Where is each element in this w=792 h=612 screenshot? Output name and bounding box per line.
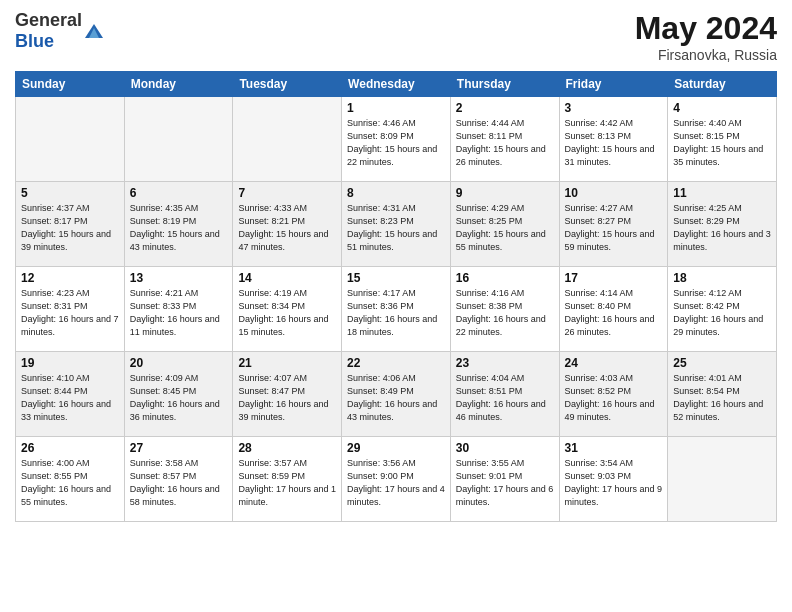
header: General Blue May 2024 Firsanovka, Russia [15, 10, 777, 63]
cell-date: 2 [456, 101, 554, 115]
table-row: 21Sunrise: 4:07 AM Sunset: 8:47 PM Dayli… [233, 352, 342, 437]
cell-info: Sunrise: 4:09 AM Sunset: 8:45 PM Dayligh… [130, 372, 228, 424]
table-row [16, 97, 125, 182]
cell-date: 13 [130, 271, 228, 285]
table-row: 8Sunrise: 4:31 AM Sunset: 8:23 PM Daylig… [342, 182, 451, 267]
table-row: 24Sunrise: 4:03 AM Sunset: 8:52 PM Dayli… [559, 352, 668, 437]
cell-date: 10 [565, 186, 663, 200]
col-wednesday: Wednesday [342, 72, 451, 97]
cell-info: Sunrise: 4:19 AM Sunset: 8:34 PM Dayligh… [238, 287, 336, 339]
cell-date: 31 [565, 441, 663, 455]
cell-date: 3 [565, 101, 663, 115]
table-row: 2Sunrise: 4:44 AM Sunset: 8:11 PM Daylig… [450, 97, 559, 182]
cell-date: 23 [456, 356, 554, 370]
cell-date: 12 [21, 271, 119, 285]
cell-date: 8 [347, 186, 445, 200]
cell-info: Sunrise: 3:58 AM Sunset: 8:57 PM Dayligh… [130, 457, 228, 509]
calendar-page: General Blue May 2024 Firsanovka, Russia… [0, 0, 792, 612]
cell-date: 21 [238, 356, 336, 370]
calendar-week-row: 26Sunrise: 4:00 AM Sunset: 8:55 PM Dayli… [16, 437, 777, 522]
cell-info: Sunrise: 4:17 AM Sunset: 8:36 PM Dayligh… [347, 287, 445, 339]
cell-date: 26 [21, 441, 119, 455]
table-row: 9Sunrise: 4:29 AM Sunset: 8:25 PM Daylig… [450, 182, 559, 267]
cell-info: Sunrise: 3:56 AM Sunset: 9:00 PM Dayligh… [347, 457, 445, 509]
cell-date: 24 [565, 356, 663, 370]
title-month: May 2024 [635, 10, 777, 47]
table-row [124, 97, 233, 182]
table-row: 16Sunrise: 4:16 AM Sunset: 8:38 PM Dayli… [450, 267, 559, 352]
table-row: 17Sunrise: 4:14 AM Sunset: 8:40 PM Dayli… [559, 267, 668, 352]
table-row: 12Sunrise: 4:23 AM Sunset: 8:31 PM Dayli… [16, 267, 125, 352]
table-row: 14Sunrise: 4:19 AM Sunset: 8:34 PM Dayli… [233, 267, 342, 352]
table-row: 28Sunrise: 3:57 AM Sunset: 8:59 PM Dayli… [233, 437, 342, 522]
cell-info: Sunrise: 3:54 AM Sunset: 9:03 PM Dayligh… [565, 457, 663, 509]
calendar-week-row: 1Sunrise: 4:46 AM Sunset: 8:09 PM Daylig… [16, 97, 777, 182]
header-row: Sunday Monday Tuesday Wednesday Thursday… [16, 72, 777, 97]
table-row [233, 97, 342, 182]
col-sunday: Sunday [16, 72, 125, 97]
table-row: 25Sunrise: 4:01 AM Sunset: 8:54 PM Dayli… [668, 352, 777, 437]
cell-info: Sunrise: 4:29 AM Sunset: 8:25 PM Dayligh… [456, 202, 554, 254]
cell-info: Sunrise: 3:55 AM Sunset: 9:01 PM Dayligh… [456, 457, 554, 509]
col-tuesday: Tuesday [233, 72, 342, 97]
cell-info: Sunrise: 4:21 AM Sunset: 8:33 PM Dayligh… [130, 287, 228, 339]
cell-date: 14 [238, 271, 336, 285]
cell-info: Sunrise: 4:33 AM Sunset: 8:21 PM Dayligh… [238, 202, 336, 254]
cell-date: 19 [21, 356, 119, 370]
cell-date: 4 [673, 101, 771, 115]
logo-blue-text: Blue [15, 31, 54, 51]
cell-date: 1 [347, 101, 445, 115]
cell-date: 11 [673, 186, 771, 200]
cell-info: Sunrise: 4:40 AM Sunset: 8:15 PM Dayligh… [673, 117, 771, 169]
cell-info: Sunrise: 4:46 AM Sunset: 8:09 PM Dayligh… [347, 117, 445, 169]
cell-date: 7 [238, 186, 336, 200]
table-row: 18Sunrise: 4:12 AM Sunset: 8:42 PM Dayli… [668, 267, 777, 352]
table-row: 15Sunrise: 4:17 AM Sunset: 8:36 PM Dayli… [342, 267, 451, 352]
table-row: 27Sunrise: 3:58 AM Sunset: 8:57 PM Dayli… [124, 437, 233, 522]
calendar-week-row: 12Sunrise: 4:23 AM Sunset: 8:31 PM Dayli… [16, 267, 777, 352]
cell-date: 6 [130, 186, 228, 200]
cell-info: Sunrise: 4:31 AM Sunset: 8:23 PM Dayligh… [347, 202, 445, 254]
cell-date: 30 [456, 441, 554, 455]
col-thursday: Thursday [450, 72, 559, 97]
calendar-week-row: 19Sunrise: 4:10 AM Sunset: 8:44 PM Dayli… [16, 352, 777, 437]
cell-info: Sunrise: 4:42 AM Sunset: 8:13 PM Dayligh… [565, 117, 663, 169]
cell-info: Sunrise: 4:44 AM Sunset: 8:11 PM Dayligh… [456, 117, 554, 169]
col-monday: Monday [124, 72, 233, 97]
cell-info: Sunrise: 4:25 AM Sunset: 8:29 PM Dayligh… [673, 202, 771, 254]
calendar-table: Sunday Monday Tuesday Wednesday Thursday… [15, 71, 777, 522]
logo: General Blue [15, 10, 105, 52]
table-row: 26Sunrise: 4:00 AM Sunset: 8:55 PM Dayli… [16, 437, 125, 522]
logo-general-text: General [15, 10, 82, 30]
cell-info: Sunrise: 4:27 AM Sunset: 8:27 PM Dayligh… [565, 202, 663, 254]
cell-info: Sunrise: 4:07 AM Sunset: 8:47 PM Dayligh… [238, 372, 336, 424]
cell-info: Sunrise: 4:23 AM Sunset: 8:31 PM Dayligh… [21, 287, 119, 339]
col-saturday: Saturday [668, 72, 777, 97]
cell-date: 20 [130, 356, 228, 370]
table-row: 22Sunrise: 4:06 AM Sunset: 8:49 PM Dayli… [342, 352, 451, 437]
cell-date: 17 [565, 271, 663, 285]
cell-info: Sunrise: 4:04 AM Sunset: 8:51 PM Dayligh… [456, 372, 554, 424]
table-row: 19Sunrise: 4:10 AM Sunset: 8:44 PM Dayli… [16, 352, 125, 437]
title-block: May 2024 Firsanovka, Russia [635, 10, 777, 63]
cell-date: 28 [238, 441, 336, 455]
cell-info: Sunrise: 4:01 AM Sunset: 8:54 PM Dayligh… [673, 372, 771, 424]
table-row: 5Sunrise: 4:37 AM Sunset: 8:17 PM Daylig… [16, 182, 125, 267]
table-row: 10Sunrise: 4:27 AM Sunset: 8:27 PM Dayli… [559, 182, 668, 267]
table-row: 29Sunrise: 3:56 AM Sunset: 9:00 PM Dayli… [342, 437, 451, 522]
cell-date: 25 [673, 356, 771, 370]
cell-info: Sunrise: 4:16 AM Sunset: 8:38 PM Dayligh… [456, 287, 554, 339]
cell-info: Sunrise: 4:10 AM Sunset: 8:44 PM Dayligh… [21, 372, 119, 424]
cell-date: 27 [130, 441, 228, 455]
table-row: 23Sunrise: 4:04 AM Sunset: 8:51 PM Dayli… [450, 352, 559, 437]
cell-info: Sunrise: 4:37 AM Sunset: 8:17 PM Dayligh… [21, 202, 119, 254]
table-row: 31Sunrise: 3:54 AM Sunset: 9:03 PM Dayli… [559, 437, 668, 522]
calendar-week-row: 5Sunrise: 4:37 AM Sunset: 8:17 PM Daylig… [16, 182, 777, 267]
cell-info: Sunrise: 4:03 AM Sunset: 8:52 PM Dayligh… [565, 372, 663, 424]
cell-date: 15 [347, 271, 445, 285]
cell-info: Sunrise: 4:35 AM Sunset: 8:19 PM Dayligh… [130, 202, 228, 254]
cell-date: 22 [347, 356, 445, 370]
table-row [668, 437, 777, 522]
table-row: 7Sunrise: 4:33 AM Sunset: 8:21 PM Daylig… [233, 182, 342, 267]
cell-info: Sunrise: 4:12 AM Sunset: 8:42 PM Dayligh… [673, 287, 771, 339]
